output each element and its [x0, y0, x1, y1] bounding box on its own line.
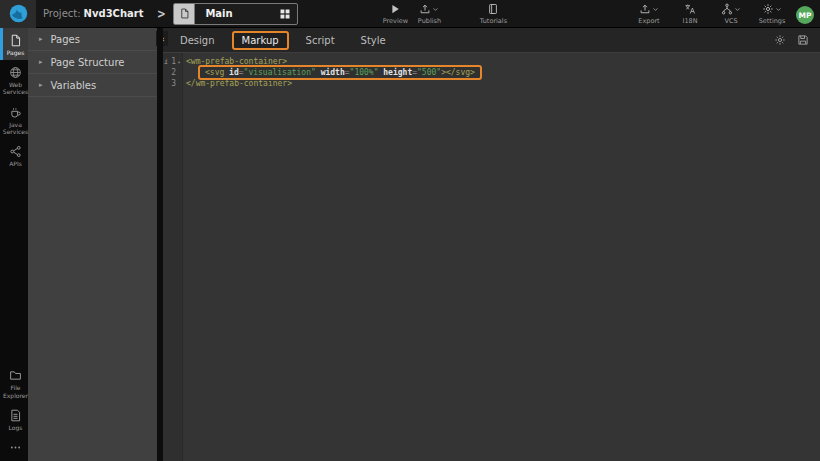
grid-icon[interactable]	[273, 4, 297, 24]
settings-label: Settings	[759, 17, 786, 25]
panel-editor-divider	[157, 28, 163, 461]
tab-markup[interactable]: Markup	[232, 31, 289, 50]
chevron-down-icon	[734, 6, 741, 13]
tutorials-button[interactable]: Tutorials	[476, 3, 510, 25]
publish-label: Publish	[418, 17, 441, 25]
gutter-cell: i 1 ▾	[163, 56, 182, 67]
panel-section-pages[interactable]: ▸ Pages	[28, 28, 157, 51]
panel-section-label: Page Structure	[51, 57, 125, 68]
sidebar-item-label: Web Services	[3, 81, 28, 95]
preview-button[interactable]: Preview	[378, 3, 412, 25]
caret-right-icon: ▸	[39, 81, 43, 89]
app-logo-button[interactable]	[0, 0, 36, 28]
editor-tabbar: DesignMarkupScriptStyle	[163, 28, 820, 53]
ellipsis-icon	[9, 441, 22, 454]
code-line-2[interactable]: 2 <svg id="visualisation" width="100%" h…	[163, 67, 820, 78]
line-number: 2	[169, 68, 176, 77]
chevron-down-icon	[775, 6, 782, 13]
vcs-button[interactable]: VCS	[714, 3, 748, 25]
settings-button[interactable]: Settings	[755, 3, 789, 25]
preview-label: Preview	[383, 17, 408, 25]
page-file-icon	[174, 4, 195, 24]
sidebar-item-logs[interactable]: Logs	[0, 403, 28, 435]
project-info: Project:Nvd3Chart	[43, 8, 144, 19]
tab-script[interactable]: Script	[293, 35, 348, 46]
code-editor[interactable]: i 1 ▾ <wm-prefab-container> 2 <svg id="v…	[163, 53, 820, 461]
globe-icon	[9, 66, 22, 79]
sidebar-item-web-services[interactable]: Web Services	[0, 60, 28, 99]
editor-toolbar-icons	[774, 34, 820, 46]
topbar-center-actions: Preview Publish Tutorials	[378, 3, 510, 25]
chevron-down-icon	[432, 6, 439, 13]
sidebar-item-label: File Explorer	[3, 384, 28, 398]
code-lines: i 1 ▾ <wm-prefab-container> 2 <svg id="v…	[163, 56, 820, 89]
line-number: 1	[169, 57, 176, 66]
sidebar-item-file-explorer[interactable]: File Explorer	[0, 363, 28, 402]
sidebar-item-java-services[interactable]: Java Services	[0, 100, 28, 139]
tab-design[interactable]: Design	[167, 35, 228, 46]
project-label: Project:	[43, 8, 81, 19]
coffee-icon	[9, 106, 22, 119]
line-number: 3	[169, 79, 176, 88]
share-icon	[9, 145, 22, 158]
export-button[interactable]: Export	[632, 3, 666, 25]
tab-style[interactable]: Style	[348, 35, 399, 46]
sidebar-item-pages[interactable]: Pages	[0, 28, 28, 60]
file-lines-icon	[9, 409, 22, 422]
panel-section-label: Variables	[51, 80, 97, 91]
folder-icon	[9, 369, 22, 382]
left-panel: ▸ Pages ▸ Page Structure ▸ Variables «	[28, 28, 157, 461]
export-label: Export	[638, 17, 659, 25]
code-text: </wm-prefab-container>	[182, 78, 292, 89]
editor-area: DesignMarkupScriptStyle i 1 ▾ <wm-prefab…	[163, 28, 820, 461]
topbar: Project:Nvd3Chart > Main Preview Publish…	[0, 0, 820, 28]
save-icon[interactable]	[797, 34, 809, 46]
vcs-label: VCS	[724, 17, 737, 25]
gutter-cell: 3	[163, 78, 182, 89]
i18n-label: I18N	[682, 17, 697, 25]
book-icon	[487, 3, 499, 15]
panel-sections: ▸ Pages ▸ Page Structure ▸ Variables	[28, 28, 157, 97]
gear-icon	[762, 3, 774, 15]
topbar-right-actions: Export I18N VCS Settings	[632, 3, 796, 25]
user-avatar[interactable]: MP	[796, 6, 814, 24]
fold-marker-icon[interactable]: ▾	[176, 59, 182, 65]
left-rail: Pages Web Services Java Services APIs Fi…	[0, 28, 28, 461]
panel-section-variables[interactable]: ▸ Variables	[28, 74, 157, 97]
panel-section-page-structure[interactable]: ▸ Page Structure	[28, 51, 157, 74]
i18n-button[interactable]: I18N	[673, 3, 707, 25]
breadcrumb-chevron-icon: >	[157, 6, 166, 21]
caret-right-icon: ▸	[39, 58, 43, 66]
rail-bottom-items: File Explorer Logs	[0, 363, 28, 461]
wavemaker-logo-icon	[9, 4, 28, 23]
rail-top-items: Pages Web Services Java Services APIs	[0, 28, 28, 171]
upload-icon	[419, 3, 431, 15]
sidebar-item-label: Logs	[9, 424, 23, 431]
caret-right-icon: ▸	[39, 35, 43, 43]
gutter-cell: 2	[163, 67, 182, 78]
sidebar-item-label: APIs	[9, 160, 22, 167]
file-icon	[9, 34, 22, 47]
page-tab-main[interactable]: Main	[173, 3, 298, 25]
tutorials-label: Tutorials	[480, 17, 507, 25]
upload-icon	[639, 3, 651, 15]
translate-icon	[684, 3, 696, 15]
play-icon	[389, 3, 401, 15]
panel-section-label: Pages	[51, 34, 80, 45]
sidebar-item-label: Java Services	[3, 121, 28, 135]
branch-icon	[721, 3, 733, 15]
sidebar-item-more[interactable]	[0, 435, 28, 458]
code-line-3[interactable]: 3 </wm-prefab-container>	[163, 78, 820, 89]
gear-icon[interactable]	[774, 34, 786, 46]
chevron-down-icon	[652, 6, 659, 13]
publish-button[interactable]: Publish	[412, 3, 446, 25]
gutter-column	[163, 53, 183, 461]
project-name: Nvd3Chart	[84, 8, 144, 19]
page-tab-label: Main	[195, 4, 273, 24]
sidebar-item-apis[interactable]: APIs	[0, 139, 28, 171]
editor-tabs: DesignMarkupScriptStyle	[167, 31, 399, 50]
sidebar-item-label: Pages	[7, 49, 25, 56]
